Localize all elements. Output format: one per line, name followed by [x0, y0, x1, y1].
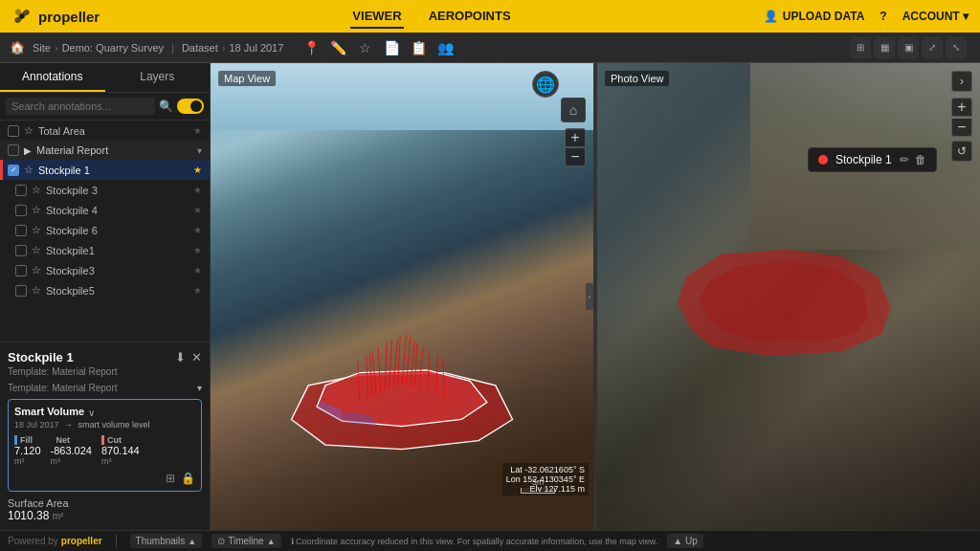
fill-value: 7.120: [14, 445, 41, 456]
bookmark-icon[interactable]: ★: [193, 165, 202, 175]
export-icon[interactable]: 📄: [381, 37, 402, 58]
location-icon[interactable]: 📍: [301, 37, 322, 58]
map-view[interactable]: Map View ⌂ + − 🌐 3m Lat -32.0621605° S L: [211, 63, 593, 530]
checkbox[interactable]: [15, 285, 27, 297]
table-icon[interactable]: ⊞: [166, 472, 175, 485]
download-icon[interactable]: ⬇: [175, 350, 186, 364]
pdf-icon[interactable]: 📋: [408, 37, 429, 58]
list-item[interactable]: ☆ Stockpile1 ★: [0, 240, 210, 260]
globe-button[interactable]: 🌐: [532, 71, 559, 98]
checkbox[interactable]: [8, 125, 19, 137]
group-material-report[interactable]: ▶ Material Report ▾: [0, 141, 210, 160]
help-button[interactable]: ?: [880, 10, 886, 23]
vol-header: Smart Volume ∨: [14, 406, 195, 419]
right-zoom-out[interactable]: −: [951, 119, 972, 137]
site-name[interactable]: Demo: Quarry Survey: [62, 42, 164, 54]
search-icon[interactable]: 🔍: [159, 99, 173, 113]
nav-aeropoints[interactable]: AEROPOINTS: [427, 5, 513, 29]
toggle-dot: [190, 100, 202, 112]
template-arrow: ▾: [197, 383, 202, 393]
right-zoom-in[interactable]: +: [951, 98, 972, 117]
checkbox[interactable]: [8, 144, 19, 156]
list-item-stockpile1[interactable]: ✓ ☆ Stockpile 1 ★: [0, 160, 210, 180]
tab-annotations[interactable]: Annotations: [0, 63, 105, 92]
list-item[interactable]: ☆ Stockpile 3 ★: [0, 180, 210, 200]
star-empty-icon[interactable]: ☆: [32, 264, 41, 276]
list-item[interactable]: ☆ Stockpile5 ★: [0, 280, 210, 300]
chevron-up2-icon: ▲: [267, 537, 276, 546]
cut-unit: m³: [101, 456, 140, 466]
home-icon[interactable]: 🏠: [10, 40, 25, 55]
dataset-name[interactable]: 18 Jul 2017: [229, 42, 283, 54]
lock-icon[interactable]: 🔒: [181, 472, 195, 485]
tab-layers[interactable]: Layers: [105, 63, 211, 92]
coord-lat: Lat -32.0621605° S: [506, 465, 585, 474]
list-item[interactable]: ☆ Stockpile 4 ★: [0, 200, 210, 220]
panel-right-collapse[interactable]: ›: [951, 71, 972, 92]
bookmark-icon[interactable]: ★: [193, 245, 202, 255]
volume-date: 18 Jul 2017 → smart volume level: [14, 420, 195, 430]
powered-by: Powered by propeller: [8, 536, 102, 546]
bookmark-icon[interactable]: ★: [193, 185, 202, 195]
reset-icon[interactable]: ↺: [951, 141, 972, 162]
list-item[interactable]: ☆ Stockpile3 ★: [0, 260, 210, 280]
annotation-icon[interactable]: ✏️: [327, 37, 348, 58]
star-empty-icon[interactable]: ☆: [32, 244, 41, 256]
share-icon[interactable]: 👥: [434, 37, 456, 58]
star-empty-icon[interactable]: ☆: [24, 124, 33, 137]
star-empty-icon[interactable]: ☆: [32, 224, 41, 236]
chevron-down-icon[interactable]: ∨: [88, 408, 95, 418]
star-icon[interactable]: ☆: [354, 37, 375, 58]
bookmark-icon[interactable]: ★: [193, 205, 202, 215]
checkbox[interactable]: ✓: [8, 165, 19, 176]
photo-view[interactable]: Photo View Stockpile 1 ✏ 🗑 › + − ↺: [597, 63, 980, 530]
globe-controls: 🌐: [532, 71, 559, 98]
checkbox[interactable]: [15, 205, 27, 216]
nav-viewer[interactable]: VIEWER: [350, 5, 403, 29]
card-actions: ⬇ ✕: [175, 350, 202, 364]
star-empty-icon[interactable]: ☆: [32, 184, 41, 196]
bookmark-icon[interactable]: ★: [193, 225, 202, 235]
nav-center: VIEWER AEROPOINTS: [119, 5, 745, 29]
checkbox[interactable]: [15, 265, 27, 276]
star-empty-icon[interactable]: ☆: [32, 204, 41, 216]
net-value: -863.024: [51, 445, 92, 456]
view-photo-icon[interactable]: ▣: [898, 37, 919, 58]
popup-actions: ✏ 🗑: [900, 153, 926, 166]
checkbox[interactable]: [15, 245, 27, 256]
expand-icon[interactable]: ▾: [197, 145, 202, 156]
view-fullscreen-icon[interactable]: ⤢: [922, 37, 943, 58]
logo[interactable]: propeller: [11, 6, 100, 27]
stockpile-svg: [268, 300, 536, 453]
home-control[interactable]: ⌂: [561, 98, 586, 122]
zoom-in-button[interactable]: +: [565, 128, 586, 147]
collapse-panel-button[interactable]: ‹: [586, 283, 593, 310]
bookmark-icon[interactable]: ★: [193, 285, 202, 296]
list-item[interactable]: ☆ Stockpile 6 ★: [0, 220, 210, 240]
view-expand-icon[interactable]: ⤡: [946, 37, 967, 58]
close-icon[interactable]: ✕: [191, 350, 202, 364]
thumbnails-button[interactable]: Thumbnails ▲: [130, 534, 203, 548]
bookmark-icon[interactable]: ★: [193, 125, 202, 136]
edit-icon[interactable]: ✏: [900, 153, 909, 166]
cut-value: 870.144: [101, 445, 140, 456]
checkbox[interactable]: [15, 185, 27, 196]
search-input[interactable]: [6, 98, 155, 115]
surface-unit: m²: [53, 511, 64, 521]
up-button[interactable]: ▲ Up: [667, 534, 702, 548]
visibility-toggle[interactable]: [177, 99, 204, 114]
timeline-button[interactable]: ⊙ Timeline ▲: [212, 534, 280, 548]
view-map-icon[interactable]: ▦: [874, 37, 895, 58]
star-empty-icon[interactable]: ☆: [24, 164, 33, 176]
list-item[interactable]: ☆ Total Area ★: [0, 121, 210, 141]
star-empty-icon[interactable]: ☆: [32, 284, 41, 297]
stockpile-popup: Stockpile 1 ✏ 🗑: [808, 147, 937, 172]
bookmark-icon[interactable]: ★: [193, 265, 202, 276]
item-label: Stockpile1: [46, 245, 95, 256]
upload-data-button[interactable]: 👤 UPLOAD DATA: [764, 10, 865, 23]
view-split-icon[interactable]: ⊞: [850, 37, 871, 58]
account-button[interactable]: ACCOUNT ▾: [902, 10, 969, 23]
checkbox[interactable]: [15, 225, 27, 236]
zoom-out-button[interactable]: −: [565, 148, 586, 166]
trash-icon[interactable]: 🗑: [915, 153, 926, 166]
